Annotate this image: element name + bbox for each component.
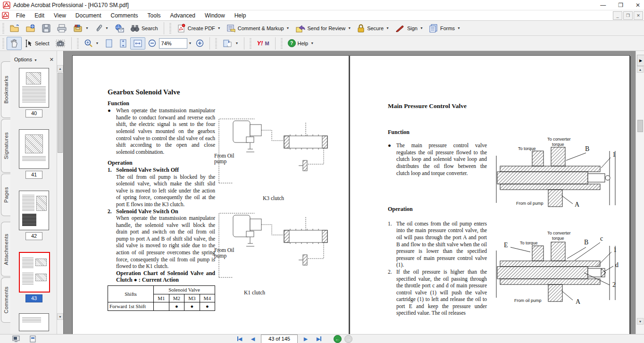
doc-close-button[interactable]: ✕ bbox=[634, 11, 643, 20]
toolbar-grip[interactable] bbox=[77, 38, 79, 49]
minimize-button[interactable]: — bbox=[600, 2, 606, 8]
email-button[interactable] bbox=[111, 22, 127, 35]
search-button[interactable]: Search bbox=[127, 22, 161, 34]
select-tool-button[interactable]: Select bbox=[22, 37, 52, 50]
fit-page-button[interactable] bbox=[116, 37, 130, 50]
last-page-button[interactable]: ▶ bbox=[314, 335, 324, 343]
create-pdf-icon bbox=[176, 24, 186, 33]
page-view-mode-icon[interactable] bbox=[29, 335, 36, 343]
zoom-tool-button[interactable]: ▼ bbox=[81, 37, 102, 50]
attach-button[interactable]: ▼ bbox=[92, 22, 111, 35]
toolbar-grip[interactable] bbox=[215, 38, 217, 49]
organizer-button[interactable]: ▼ bbox=[70, 22, 92, 35]
zoom-level-input[interactable] bbox=[159, 38, 187, 49]
page-thumbnail-selected[interactable] bbox=[19, 252, 50, 293]
item1-body: The oil from oil pump is blocked by the … bbox=[116, 174, 215, 208]
tab-signatures[interactable]: Signatures bbox=[1, 119, 11, 173]
panel-close-button[interactable]: ✕ bbox=[50, 57, 54, 63]
menu-advanced[interactable]: Advanced bbox=[166, 11, 200, 20]
options-menu-button[interactable]: Options ▼ bbox=[14, 57, 37, 62]
page-thumbnail[interactable] bbox=[19, 68, 49, 108]
print-button[interactable] bbox=[54, 22, 70, 35]
tab-attachments[interactable]: Attachments bbox=[1, 222, 11, 276]
hand-tool-button[interactable] bbox=[7, 37, 22, 50]
open-web-button[interactable] bbox=[23, 22, 39, 35]
reading-mode-icon[interactable] bbox=[12, 335, 21, 343]
page-thumbnail[interactable] bbox=[19, 191, 49, 230]
doc-minimize-button[interactable]: _ bbox=[613, 11, 622, 20]
comment-bubble-icon bbox=[226, 24, 236, 33]
section-title: Gearbox Solenoid Valve bbox=[108, 89, 215, 96]
first-page-button[interactable]: ◀ bbox=[234, 335, 245, 343]
zoom-out-button[interactable] bbox=[145, 37, 159, 49]
page-thumbnail[interactable] bbox=[19, 129, 49, 169]
toolbar-grip[interactable] bbox=[250, 38, 251, 49]
zoom-dropdown-caret[interactable]: ▼ bbox=[189, 42, 192, 45]
menu-window[interactable]: Window bbox=[201, 11, 229, 20]
thumbnail-43[interactable]: 43 bbox=[19, 252, 49, 302]
panel-scrollbar[interactable]: ▲ ▼ bbox=[57, 51, 63, 334]
actual-size-icon bbox=[105, 39, 113, 48]
open-button[interactable] bbox=[7, 22, 23, 35]
menu-help[interactable]: Help bbox=[230, 11, 251, 20]
dropdown-caret: ▼ bbox=[96, 42, 99, 45]
tab-bookmarks[interactable]: Bookmarks bbox=[1, 61, 11, 118]
document-window-controls: _ ❐ ✕ bbox=[613, 11, 643, 20]
panel-toggle-icon[interactable]: ▶ bbox=[637, 55, 644, 66]
help-icon: ? bbox=[288, 39, 296, 47]
toolbar-grip[interactable] bbox=[281, 38, 283, 49]
operation-item2: If the oil pressure is higher than the s… bbox=[396, 268, 487, 317]
doc-restore-button[interactable]: ❐ bbox=[623, 11, 633, 20]
scroll-down-icon[interactable]: ▼ bbox=[57, 313, 63, 320]
close-button[interactable]: ✕ bbox=[636, 2, 640, 8]
actual-size-button[interactable] bbox=[102, 37, 116, 50]
forms-button[interactable]: Forms▼ bbox=[426, 22, 463, 35]
page-thumbnail[interactable] bbox=[19, 313, 49, 331]
menu-document[interactable]: Document bbox=[71, 11, 106, 20]
fit-width-button[interactable] bbox=[130, 37, 145, 50]
document-canvas[interactable]: Gearbox Solenoid Valve Function ● When o… bbox=[63, 51, 636, 334]
menu-view[interactable]: View bbox=[50, 11, 70, 20]
thumbnail-40[interactable]: 40 bbox=[19, 68, 49, 117]
thumbnail-next-partial[interactable] bbox=[19, 313, 49, 331]
restore-button[interactable]: ❐ bbox=[618, 2, 623, 8]
secure-button[interactable]: Secure▼ bbox=[354, 22, 392, 35]
thumbnail-41[interactable]: 41 bbox=[19, 129, 49, 179]
search-label: Search bbox=[142, 25, 158, 31]
scroll-up-icon[interactable]: ▲ bbox=[57, 65, 63, 72]
toolbar-grip[interactable] bbox=[2, 23, 4, 33]
comment-markup-button[interactable]: Comment & Markup▼ bbox=[224, 22, 293, 35]
scroll-up-icon[interactable]: ▲ bbox=[637, 66, 644, 73]
zoom-in-button[interactable] bbox=[193, 37, 207, 49]
thumbnail-page-number[interactable]: 40 bbox=[25, 109, 42, 117]
next-page-button[interactable]: ▶ bbox=[301, 335, 311, 343]
menu-edit[interactable]: Edit bbox=[30, 11, 49, 20]
previous-page-button[interactable]: ◀ bbox=[248, 335, 258, 343]
yahoo-messenger-button[interactable]: Y!M bbox=[254, 38, 272, 49]
toolbar-grip[interactable] bbox=[2, 38, 4, 49]
menu-comments[interactable]: Comments bbox=[107, 11, 142, 20]
create-pdf-button[interactable]: Create PDF▼ bbox=[174, 22, 224, 35]
snapshot-tool-button[interactable] bbox=[52, 37, 68, 50]
previous-view-button[interactable]: ← bbox=[334, 335, 342, 343]
thumbnail-page-number[interactable]: 41 bbox=[25, 171, 42, 179]
next-view-button[interactable]: → bbox=[344, 335, 352, 343]
tab-pages[interactable]: Pages bbox=[1, 174, 11, 216]
thumbnail-page-number[interactable]: 42 bbox=[25, 232, 42, 240]
toolbar-grip[interactable] bbox=[169, 23, 171, 33]
scroll-down-icon[interactable]: ▼ bbox=[637, 318, 644, 325]
help-button[interactable]: ?Help▼ bbox=[285, 37, 317, 49]
scrollbar-thumb[interactable] bbox=[637, 120, 643, 132]
thumbnail-42[interactable]: 42 bbox=[19, 191, 49, 240]
sign-button[interactable]: Sign▼ bbox=[392, 22, 426, 34]
save-button[interactable] bbox=[39, 22, 54, 35]
tab-comments[interactable]: Comments bbox=[1, 277, 11, 323]
send-for-review-button[interactable]: Send for Review▼ bbox=[293, 22, 354, 35]
lock-icon bbox=[357, 24, 365, 33]
page-layout-button[interactable]: ▼ bbox=[219, 37, 241, 50]
menu-file[interactable]: File bbox=[12, 11, 29, 20]
vertical-scrollbar[interactable]: ▶ ▲ ▼ bbox=[636, 51, 644, 334]
menu-tools[interactable]: Tools bbox=[143, 11, 165, 20]
thumbnail-page-number-selected[interactable]: 43 bbox=[25, 294, 42, 302]
page-number-input[interactable] bbox=[261, 335, 298, 343]
